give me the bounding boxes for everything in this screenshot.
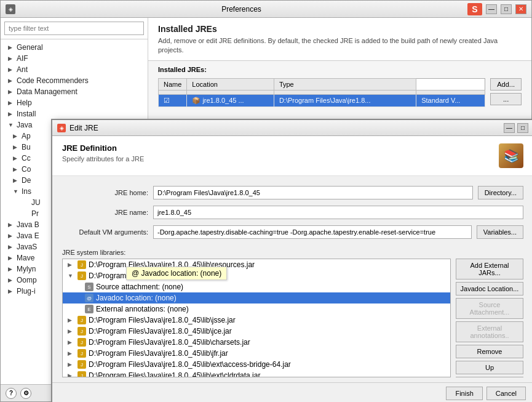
close-button[interactable]: ✕	[515, 4, 526, 14]
sidebar-item-ant[interactable]: Ant	[1, 64, 148, 75]
dialog-cancel-button[interactable]: Cancel	[486, 387, 526, 400]
finish-button[interactable]: Finish	[446, 387, 482, 400]
lib-item-0[interactable]: ▶ J D:\Program Files\Java\jre1.8.0_45\li…	[63, 259, 450, 270]
arrow-ap	[13, 133, 19, 139]
installed-jres-label: Installed JREs:	[158, 66, 207, 73]
dialog-header-title: JRE Definition	[62, 143, 144, 153]
preferences-window: ◈ Preferences S — □ ✕ General AIF	[0, 0, 532, 402]
lib-path-src: Source attachment: (none)	[96, 283, 183, 291]
jre-home-label: JRE home:	[62, 189, 148, 196]
table-row[interactable]: ☑ 📦 jre1.8.0_45 ... D:\Program Files\Jav…	[159, 94, 485, 107]
lib-item-jfr[interactable]: ▶ J D:\Program Files\Java\jre1.8.0_45\li…	[63, 348, 450, 359]
lib-item-access-bridge[interactable]: ▶ J D:\Program Files\Java\jre1.8.0_45\li…	[63, 359, 450, 370]
libraries-container: ▶ J D:\Program Files\Java\jre1.8.0_45\li…	[62, 259, 523, 377]
minimize-button[interactable]: —	[486, 4, 497, 14]
dialog-bottom: Finish Cancel	[52, 382, 532, 402]
directory-button[interactable]: Directory...	[478, 186, 523, 199]
default-vm-input[interactable]	[153, 225, 472, 239]
label-bu: Bu	[22, 143, 31, 151]
lib-path-jsse: D:\Program Files\Java\jre1.8.0_45\lib\js…	[89, 316, 236, 324]
sidebar-item-general[interactable]: General	[1, 42, 148, 53]
arrow-install	[8, 111, 14, 117]
arrow-ins	[13, 188, 19, 195]
lib-path-charsets: D:\Program Files\Java\jre1.8.0_45\lib\ch…	[89, 338, 250, 347]
arrow-oomp	[8, 277, 14, 283]
lib-item-jce[interactable]: ▶ J D:\Program Files\Java\jre1.8.0_45\li…	[63, 326, 450, 337]
label-oomp: Oomp	[17, 276, 37, 284]
sidebar-item-install[interactable]: Install	[1, 108, 148, 119]
panel-description: Add, remove or edit JRE definitions. By …	[158, 36, 522, 55]
external-annotations-button[interactable]: External annotations..	[456, 321, 523, 342]
sidebar-item-data-management[interactable]: Data Management	[1, 86, 148, 97]
lib-item-javadoc[interactable]: @ Javadoc location: (none)	[63, 292, 450, 304]
lib-arrow-jce: ▶	[68, 328, 75, 334]
arrow-data-management	[8, 89, 14, 95]
col-type2	[416, 90, 485, 94]
maximize-button[interactable]: □	[501, 4, 512, 14]
dialog-title: Edit JRE	[69, 124, 98, 132]
dialog-maximize-button[interactable]: □	[517, 123, 528, 133]
add-external-jars-button[interactable]: Add External JARs...	[456, 259, 523, 279]
lib-item-ext-ann[interactable]: E External annotations: (none)	[63, 304, 450, 315]
arrow-cc	[13, 155, 19, 161]
lib-arrow-1: ▼	[68, 273, 75, 279]
edit-button[interactable]: ...	[490, 93, 522, 105]
tooltip-text: @ Javadoc location: (none)	[132, 269, 221, 278]
dialog-header-area: JRE Definition Specify attributes for a …	[52, 136, 532, 176]
settings-button[interactable]: ⚙	[20, 388, 31, 399]
filter-input[interactable]	[4, 22, 144, 35]
arrow-plug-i	[8, 288, 14, 294]
dialog-body: JRE Definition Specify attributes for a …	[52, 136, 532, 402]
down-button[interactable]: Down	[456, 377, 523, 377]
lib-item-src[interactable]: S Source attachment: (none)	[63, 281, 450, 292]
lib-item-cldrdata[interactable]: ▶ J D:\Program Files\Java\jre1.8.0_45\li…	[63, 370, 450, 377]
col-check	[159, 90, 187, 94]
arrow-mylyn	[8, 266, 14, 272]
add-button[interactable]: Add...	[490, 78, 522, 90]
lib-path-access: D:\Program Files\Java\jre1.8.0_45\lib\ex…	[89, 360, 291, 369]
arrow-co	[13, 166, 19, 172]
jre-name-row: JRE name:	[62, 206, 523, 219]
arrow-code-recommenders	[8, 78, 14, 84]
lib-item-charsets[interactable]: ▶ J D:\Program Files\Java\jre1.8.0_45\li…	[63, 337, 450, 348]
label-install: Install	[17, 110, 36, 118]
row-icon: 📦 jre1.8.0_45 ...	[187, 94, 274, 107]
jar-icon-1: J	[77, 271, 86, 280]
variables-button[interactable]: Variables...	[477, 225, 523, 239]
label-code-recommenders: Code Recommenders	[17, 76, 89, 85]
jre-name-label: JRE name:	[62, 209, 148, 216]
default-vm-label: Default VM arguments:	[62, 228, 148, 236]
row-type: Standard V...	[416, 94, 485, 107]
dialog-header-text: JRE Definition Specify attributes for a …	[62, 143, 144, 163]
arrow-java	[8, 122, 14, 128]
label-java-e: Java E	[17, 231, 39, 240]
dialog-minimize-button[interactable]: —	[504, 123, 515, 133]
remove-button[interactable]: Remove	[456, 345, 523, 358]
label-data-management: Data Management	[17, 87, 77, 96]
javadoc-location-button[interactable]: Javadoc Location...	[456, 282, 523, 295]
source-attachment-button[interactable]: Source Attachment...	[456, 298, 523, 319]
sidebar-item-code-recommenders[interactable]: Code Recommenders	[1, 75, 148, 86]
arrow-javas	[8, 244, 14, 250]
label-pr: Pr	[31, 209, 39, 218]
sidebar-item-help[interactable]: Help	[1, 97, 148, 108]
libraries-buttons: Add External JARs... Javadoc Location...…	[456, 259, 523, 377]
dialog-title-bar: ◈ Edit JRE — □	[52, 120, 532, 136]
lib-path-javadoc: Javadoc location: (none)	[96, 294, 177, 302]
lib-item-1[interactable]: ▼ J D:\Program Files\Java\jre1.8.0_45\li…	[63, 270, 450, 281]
up-button[interactable]: Up	[456, 361, 523, 374]
col-name2	[187, 90, 274, 94]
lib-arrow-cldr: ▶	[68, 372, 75, 377]
jar-icon-access: J	[77, 360, 86, 369]
jre-home-input[interactable]	[153, 186, 473, 199]
help-button[interactable]: ?	[6, 388, 17, 399]
jre-name-input[interactable]	[153, 206, 523, 219]
jar-icon-jce: J	[77, 327, 86, 336]
lib-path-ext-ann: External annotations: (none)	[96, 305, 189, 313]
libraries-tree: ▶ J D:\Program Files\Java\jre1.8.0_45\li…	[62, 259, 451, 377]
lib-item-jsse[interactable]: ▶ J D:\Program Files\Java\jre1.8.0_45\li…	[63, 315, 450, 326]
dialog-header-subtitle: Specify attributes for a JRE	[62, 155, 144, 163]
javadoc-icon: @	[85, 294, 93, 302]
sidebar-item-aif[interactable]: AIF	[1, 53, 148, 64]
label-aif: AIF	[17, 54, 28, 63]
